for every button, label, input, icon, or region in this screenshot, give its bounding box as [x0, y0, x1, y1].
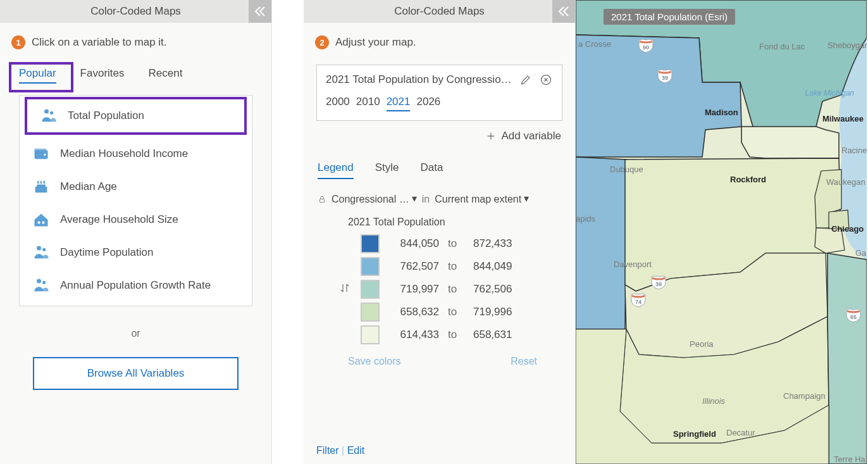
legend-row: 658,632to719,996 [339, 303, 561, 322]
reset-link[interactable]: Reset [511, 356, 537, 367]
variable-title-card: 2021 Total Population by Congressional… … [316, 65, 562, 121]
svg-point-9 [37, 246, 41, 251]
year-row: 2000 2010 2021 2026 [326, 96, 553, 111]
year-2026[interactable]: 2026 [416, 96, 440, 111]
city-label: Sheboygan [828, 41, 867, 50]
subtab-legend[interactable]: Legend [318, 161, 354, 179]
svg-rect-6 [37, 185, 46, 188]
year-2021[interactable]: 2021 [387, 96, 411, 111]
variable-median-income[interactable]: Median Household Income [20, 137, 252, 170]
svg-text:39: 39 [655, 281, 662, 287]
legend-from: 719,997 [388, 283, 439, 296]
geography-row: Congressional …▾ in Current map extent▾ [318, 193, 561, 205]
legend-actions: Save colors Reset [348, 356, 537, 367]
legend-to-word: to [448, 237, 464, 250]
panel2-title: Color-Coded Maps [394, 5, 485, 18]
legend-rows: 844,050to872,433762,507to844,049719,997t… [304, 230, 575, 344]
house-icon [32, 211, 50, 229]
variable-label: Median Household Income [60, 147, 188, 160]
highway-shield-icon: 65 [845, 308, 862, 323]
tab-popular[interactable]: Popular [19, 67, 56, 84]
left-panel: Color-Coded Maps 1 Click on a variable t… [0, 0, 272, 464]
people-icon [32, 244, 50, 261]
variable-median-age[interactable]: Median Age [20, 170, 252, 203]
edit-title-button[interactable] [519, 73, 533, 87]
legend-swatch[interactable] [361, 280, 380, 299]
add-variable-label: Add variable [501, 130, 561, 142]
city-label: Illinois [702, 396, 725, 406]
variable-label: Median Age [60, 180, 117, 193]
variable-avg-household[interactable]: Average Household Size [20, 203, 252, 236]
panel1-step-row: 1 Click on a variable to map it. [0, 23, 271, 54]
city-label: Racine [841, 146, 867, 155]
svg-rect-14 [320, 199, 325, 202]
variable-total-population[interactable]: Total Population [27, 99, 244, 132]
legend-title: 2021 Total Population [348, 216, 561, 228]
close-circle-icon [540, 73, 552, 86]
legend-swatch[interactable] [361, 303, 380, 322]
legend-to: 719,996 [473, 306, 512, 318]
tab-favorites[interactable]: Favorites [80, 67, 125, 84]
city-label: a Crosse [578, 39, 611, 49]
tab-recent[interactable]: Recent [149, 67, 183, 84]
variable-tabs: Popular Favorites Recent [0, 54, 271, 89]
panel2-header: Color-Coded Maps [304, 0, 575, 23]
highlight-total-population: Total Population [25, 97, 247, 135]
pencil-icon [519, 73, 532, 86]
legend-from: 614,433 [388, 329, 439, 341]
legend-row: 719,997to762,506 [339, 280, 561, 299]
extent-dropdown[interactable]: Current map extent▾ [435, 193, 529, 205]
chevrons-left-icon [252, 4, 268, 19]
legend-to-word: to [448, 306, 464, 318]
legend-from: 844,050 [388, 237, 439, 250]
subtab-style[interactable]: Style [375, 161, 399, 179]
svg-point-8 [42, 222, 44, 224]
variable-label: Average Household Size [60, 213, 178, 226]
or-text: or [0, 328, 271, 339]
step2-badge: 2 [315, 35, 329, 49]
svg-point-7 [37, 222, 40, 224]
browse-all-button[interactable]: Browse All Variables [33, 357, 239, 390]
legend-subtabs: Legend Style Data [318, 161, 561, 179]
panel2-step-row: 2 Adjust your map. [304, 23, 575, 54]
legend-swatch[interactable] [361, 257, 380, 276]
variable-list: Total Population Median Household Income… [19, 95, 252, 306]
add-variable-button[interactable]: Add variable [304, 130, 561, 142]
sort-icon[interactable] [339, 282, 352, 297]
legend-swatch[interactable] [361, 325, 380, 344]
panel1-header: Color-Coded Maps [0, 0, 271, 23]
city-label: Rockford [730, 175, 766, 184]
save-colors-link[interactable]: Save colors [348, 356, 401, 367]
in-word: in [422, 194, 430, 205]
panel2-collapse-button[interactable] [552, 0, 575, 23]
city-label: apids [576, 214, 595, 223]
svg-point-12 [42, 281, 46, 284]
map-layer-badge: 2021 Total Population (Esri) [604, 9, 735, 25]
legend-to-word: to [448, 329, 464, 341]
geography-dropdown[interactable]: Congressional …▾ [332, 193, 417, 205]
svg-point-0 [44, 110, 49, 114]
variable-growth-rate[interactable]: Annual Population Growth Rate [20, 269, 252, 302]
variable-label: Total Population [68, 110, 144, 122]
subtab-data[interactable]: Data [421, 161, 443, 179]
panel1-title: Color-Coded Maps [90, 5, 181, 18]
legend-to: 762,506 [473, 283, 512, 296]
chevrons-left-icon [556, 4, 571, 19]
legend-swatch[interactable] [361, 234, 380, 253]
city-label: Gary [855, 248, 867, 258]
year-2000[interactable]: 2000 [326, 96, 350, 111]
lake-label: Lake Michigan [805, 89, 854, 97]
clear-variable-button[interactable] [539, 73, 553, 87]
map-view[interactable]: 2021 Total Population (Esri) Lake Michig… [576, 0, 867, 464]
variable-label: Daytime Population [60, 246, 153, 259]
lock-icon [318, 195, 326, 204]
svg-rect-5 [35, 187, 47, 192]
panel1-collapse-button[interactable] [249, 0, 271, 23]
filter-link[interactable]: Filter [316, 445, 339, 456]
city-label: Madison [705, 108, 738, 117]
variable-daytime-pop[interactable]: Daytime Population [20, 236, 252, 269]
year-2010[interactable]: 2010 [356, 96, 380, 111]
edit-link[interactable]: Edit [347, 445, 365, 456]
city-label: Fond du Lac [759, 42, 805, 51]
step2-text: Adjust your map. [335, 36, 416, 49]
